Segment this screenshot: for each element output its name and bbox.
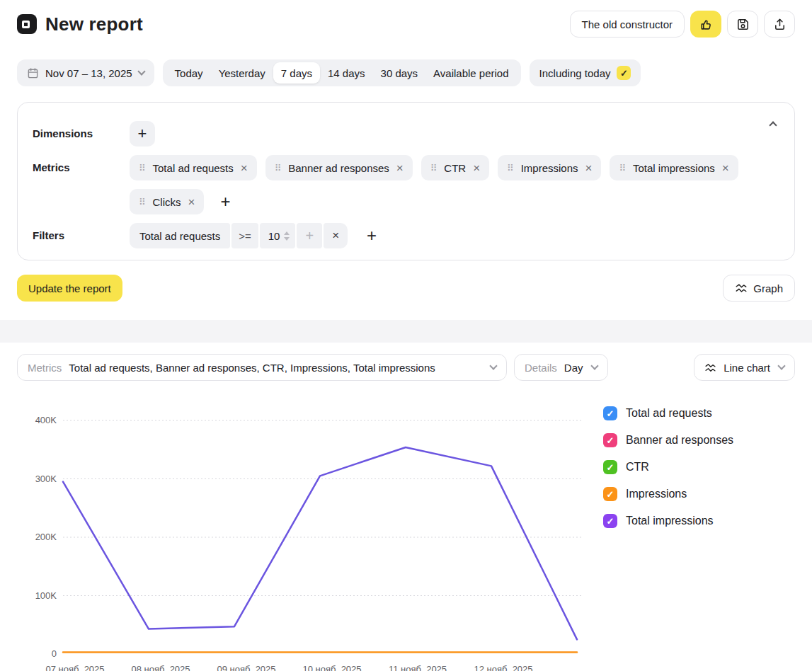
legend-checkbox[interactable]: ✓ <box>603 514 617 528</box>
metric-chip[interactable]: ⠿ Banner ad responses × <box>265 155 413 180</box>
filter-operator[interactable]: >= <box>231 223 258 248</box>
save-button[interactable] <box>727 11 758 38</box>
legend-checkbox[interactable]: ✓ <box>603 406 617 420</box>
remove-metric-icon[interactable]: × <box>188 196 195 208</box>
metric-chip-label: Total impressions <box>633 162 715 174</box>
like-button[interactable] <box>690 11 721 38</box>
drag-handle-icon[interactable]: ⠿ <box>507 164 514 173</box>
filter-condition: Total ad requests >= 10 + × <box>130 223 348 248</box>
drag-handle-icon[interactable]: ⠿ <box>619 164 626 173</box>
legend-label: Total ad requests <box>626 407 712 420</box>
chart-type-label: Line chart <box>724 362 770 374</box>
metrics-row: Metrics ⠿ Total ad requests × ⠿ Banner a… <box>33 155 779 214</box>
remove-metric-icon[interactable]: × <box>241 162 248 174</box>
svg-text:200K: 200K <box>35 532 57 542</box>
legend-item-impressions[interactable]: ✓ Impressions <box>603 487 733 501</box>
svg-text:400K: 400K <box>35 415 57 425</box>
chevron-down-icon <box>489 362 497 369</box>
line-chart: 400K300K200K100K007 нояб. 202508 нояб. 2… <box>17 398 590 671</box>
metric-chip[interactable]: ⠿ Total impressions × <box>610 155 738 180</box>
drag-handle-icon[interactable]: ⠿ <box>430 164 438 173</box>
chart-type-dropdown[interactable]: Line chart <box>694 354 795 381</box>
legend-checkbox[interactable]: ✓ <box>603 433 617 447</box>
details-value: Day <box>564 362 583 374</box>
legend-item-total-ad-requests[interactable]: ✓ Total ad requests <box>603 406 733 420</box>
preset-yesterday[interactable]: Yesterday <box>211 62 273 84</box>
preset-14-days[interactable]: 14 days <box>320 62 373 84</box>
legend-item-ctr[interactable]: ✓ CTR <box>603 460 733 474</box>
line-chart-icon <box>704 362 716 374</box>
chart-metrics-label: Metrics <box>28 362 62 374</box>
svg-text:11 нояб. 2025: 11 нояб. 2025 <box>389 664 447 671</box>
drag-handle-icon[interactable]: ⠿ <box>275 164 282 173</box>
filter-value: 10 <box>268 230 280 242</box>
metric-chips: ⠿ Total ad requests × ⠿ Banner ad respon… <box>130 155 767 214</box>
details-dropdown[interactable]: Details Day <box>514 354 608 381</box>
metric-chip-label: Impressions <box>521 162 578 174</box>
chevron-down-icon <box>777 362 785 369</box>
add-dimension-button[interactable]: + <box>130 121 155 147</box>
metric-chip[interactable]: ⠿ Clicks × <box>130 189 204 214</box>
add-filter-condition-button[interactable]: + <box>297 223 322 248</box>
preset-7-days[interactable]: 7 days <box>273 62 320 84</box>
legend-label: Banner ad responses <box>626 434 733 447</box>
filter-value-input[interactable]: 10 <box>260 223 296 248</box>
graph-icon <box>735 282 748 294</box>
legend-checkbox[interactable]: ✓ <box>603 460 617 474</box>
svg-text:10 нояб. 2025: 10 нояб. 2025 <box>302 664 361 671</box>
date-range-label: Nov 07 – 13, 2025 <box>45 67 132 79</box>
app-logo-icon <box>17 14 37 34</box>
metric-chip-label: CTR <box>444 162 466 174</box>
legend-item-total-impressions[interactable]: ✓ Total impressions <box>603 514 733 528</box>
page-title: New report <box>45 13 143 35</box>
header-actions: The old constructor <box>570 11 795 38</box>
filter-field[interactable]: Total ad requests <box>130 223 230 248</box>
remove-metric-icon[interactable]: × <box>722 162 729 174</box>
svg-text:09 нояб. 2025: 09 нояб. 2025 <box>217 664 275 671</box>
details-label: Details <box>525 362 557 374</box>
including-today-label: Including today <box>539 67 611 79</box>
remove-metric-icon[interactable]: × <box>473 162 480 174</box>
chart-area: 400K300K200K100K007 нояб. 202508 нояб. 2… <box>0 398 812 671</box>
chart-controls: Metrics Total ad requests, Banner ad res… <box>0 354 812 381</box>
preset-available-period[interactable]: Available period <box>425 62 516 84</box>
section-separator <box>0 320 812 343</box>
share-icon <box>773 18 787 31</box>
metric-chip[interactable]: ⠿ Impressions × <box>498 155 601 180</box>
add-filter-button[interactable]: + <box>359 223 384 248</box>
preset-today[interactable]: Today <box>167 62 211 84</box>
drag-handle-icon[interactable]: ⠿ <box>139 164 146 173</box>
preset-30-days[interactable]: 30 days <box>373 62 426 84</box>
add-metric-button[interactable]: + <box>212 189 238 214</box>
svg-text:08 нояб. 2025: 08 нояб. 2025 <box>131 664 190 671</box>
svg-text:0: 0 <box>52 648 57 659</box>
date-range-picker[interactable]: Nov 07 – 13, 2025 <box>17 59 154 86</box>
legend-label: Total impressions <box>626 515 714 527</box>
period-presets: Today Yesterday 7 days 14 days 30 days A… <box>163 59 521 86</box>
date-toolbar: Nov 07 – 13, 2025 Today Yesterday 7 days… <box>0 59 812 86</box>
update-report-button[interactable]: Update the report <box>17 275 122 302</box>
drag-handle-icon[interactable]: ⠿ <box>139 197 146 207</box>
metric-chip[interactable]: ⠿ CTR × <box>421 155 489 180</box>
chevron-down-icon <box>590 362 598 369</box>
including-today-toggle[interactable]: Including today ✓ <box>530 59 641 86</box>
legend-checkbox[interactable]: ✓ <box>603 487 617 501</box>
dimensions-row: Dimensions + <box>33 121 779 147</box>
metric-chip[interactable]: ⠿ Total ad requests × <box>130 155 257 180</box>
chart-legend: ✓ Total ad requests ✓ Banner ad response… <box>603 398 733 671</box>
old-constructor-button[interactable]: The old constructor <box>570 11 685 38</box>
chart-metrics-dropdown[interactable]: Metrics Total ad requests, Banner ad res… <box>17 354 507 381</box>
svg-text:100K: 100K <box>35 590 57 601</box>
including-today-checkbox[interactable]: ✓ <box>617 66 631 80</box>
graph-button[interactable]: Graph <box>723 275 795 302</box>
number-stepper[interactable] <box>284 231 290 241</box>
remove-filter-icon[interactable]: × <box>324 223 348 248</box>
legend-item-banner-ad-responses[interactable]: ✓ Banner ad responses <box>603 433 733 447</box>
remove-metric-icon[interactable]: × <box>396 162 404 174</box>
actions-row: Update the report Graph <box>0 275 812 302</box>
page-header: New report The old constructor <box>0 0 812 38</box>
remove-metric-icon[interactable]: × <box>585 162 592 174</box>
chart-metrics-value: Total ad requests, Banner ad responses, … <box>69 362 435 374</box>
metrics-label: Metrics <box>33 155 130 180</box>
export-button[interactable] <box>764 11 795 38</box>
